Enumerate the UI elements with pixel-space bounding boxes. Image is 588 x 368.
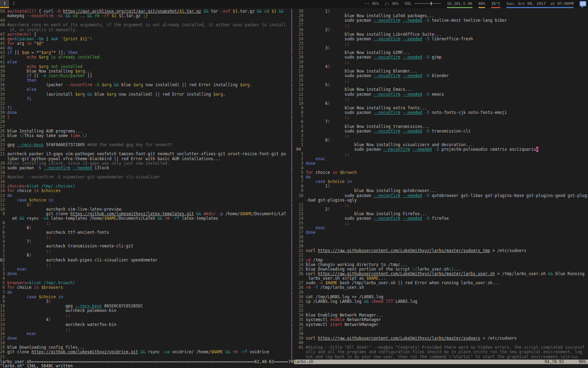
code-row[interactable]: 42 echo $arg is already installed. <box>0 55 291 60</box>
code-row[interactable]: 39 curl https://raw.githubusercontent.co… <box>296 336 588 341</box>
code-row[interactable]: 20 git clone https://github.com/lukesmit… <box>0 350 291 354</box>
code-row[interactable]: 31 fi <box>0 106 291 110</box>
code-row[interactable]: 34 (aurinstall $arg && blue $arg now ins… <box>0 92 291 97</box>
code-row[interactable]: 11 ;; <box>296 203 588 207</box>
code-token: blue Downloading config files... <box>7 345 85 350</box>
code-row[interactable]: 14 for choice in $choices <box>0 189 291 193</box>
code-row[interactable]: 22 <box>296 253 588 258</box>
code-token <box>422 73 425 78</box>
code-token: 5FAF0A6EE7371805 <box>44 142 88 147</box>
code-row[interactable]: it, or installs it manually. <box>0 28 291 32</box>
code-token: blue Now installing qutebrowser... <box>306 188 437 193</box>
code-row[interactable]: 6 for choice in $browsers <box>0 285 291 290</box>
workspace-2[interactable]: 2 <box>9 0 18 8</box>
code-row[interactable]: 25 blue \(This may take some time.\) <box>0 134 291 138</box>
code-token: ;; <box>46 234 51 239</box>
code-row[interactable]: 8 ;; <box>0 221 291 225</box>
code-row[interactable]: 3 done <box>296 161 588 166</box>
volume-slider-knob[interactable] <box>431 2 432 5</box>
code-row[interactable]: 21 curl https://raw.githubusercontent.co… <box>296 248 588 253</box>
line-number: 5 <box>0 234 7 239</box>
code-token: ;; <box>344 151 349 156</box>
code-row[interactable]: 19 <box>296 239 588 244</box>
code-row[interactable]: 23 ;; <box>296 41 588 46</box>
line-number: 8 <box>296 184 306 189</box>
code-row[interactable]: 29 } <box>0 115 291 120</box>
code-row[interactable]: 30 done <box>0 110 291 115</box>
vertical-split-separator[interactable]: | | | | | | | | | | | | | | | | | | | | … <box>290 9 293 360</box>
code-token: noto-fonts-cjk noto-fonts-emoji <box>429 110 507 115</box>
code-row[interactable]: 7 case $choice in <box>296 179 588 184</box>
code-token: --noconfirm <box>383 147 410 152</box>
code-row[interactable]: 2 esac <box>0 267 291 272</box>
code-row[interactable]: 38 if [[ -e /usr/bin/packer ]] <box>0 74 291 78</box>
line-number: 12 <box>296 207 306 212</box>
code-row[interactable]: 17 #packer --noconfirm -S ncpamixer-git … <box>0 175 291 179</box>
code-row[interactable]: 31 cp /LARBS.log LARBS.log && chmod 777 … <box>296 299 588 304</box>
code-row[interactable]: 27 ;; <box>296 23 588 27</box>
code-token: 6 <box>7 225 29 230</box>
code-row[interactable]: 7 ;; <box>296 115 588 120</box>
code-row[interactable]: 32 <box>296 304 588 308</box>
code-token: rm <box>94 13 99 18</box>
code-row[interactable]: out and log back in as your new user, th… <box>296 355 588 359</box>
code-row[interactable]: 45 for arg in "$@" <box>0 41 291 46</box>
code-row[interactable]: 37 <box>296 327 588 332</box>
code-row[interactable]: 23 gpg --recv-keys 5FAF0A6EE7371805 #Add… <box>0 143 291 147</box>
volume-slider[interactable] <box>414 3 441 4</box>
workspace-1[interactable]: 1 <box>0 0 9 8</box>
code-token: then <box>68 50 78 55</box>
code-token: $@ <box>36 41 41 46</box>
code-row[interactable]: 1 ;; <box>296 152 588 156</box>
code-row[interactable]: 18 <box>296 235 588 239</box>
code-row[interactable]: 16 esac <box>0 332 291 336</box>
code-row[interactable]: 32 <box>0 101 291 106</box>
code-row[interactable]: 5 for choice in $browch <box>296 170 588 175</box>
line-number <box>296 198 306 203</box>
temperature-module: 36°C <box>491 0 500 8</box>
vim-editor[interactable]: 50 aurinstall() { curl -O https://aur.ar… <box>0 9 588 360</box>
code-row[interactable]: 28 rm -f /tmp/larbs_user.sh <box>296 285 588 290</box>
code-row[interactable]: 15 ;; <box>296 78 588 83</box>
code-token: .tar.gz <box>238 9 257 14</box>
code-row[interactable]: 33 fi <box>0 97 291 101</box>
code-row[interactable]: 36 (packer --noconfirm -S $arg && blue $… <box>0 83 291 87</box>
code-row[interactable]: 15 ;; <box>0 327 291 332</box>
code-row[interactable]: 3 done <box>0 272 291 276</box>
code-row[interactable]: 12 case $choice in <box>0 198 291 203</box>
line-number: 17 <box>0 336 7 341</box>
code-row[interactable]: 17 done <box>0 336 291 341</box>
right-pane-larbs-sh[interactable]: 30 1) 29 blue Now installing LaTeX packa… <box>296 9 588 360</box>
code-token: -S <box>425 92 429 97</box>
code-token: > /tmp/larbs_user.sh <box>495 271 548 276</box>
code-token: in <box>34 188 39 193</box>
code-row[interactable]: 46 qm=$(pacman -Qm | awk '{print $1}') <box>0 37 291 41</box>
code-token: 1 <box>306 184 328 189</box>
code-row[interactable]: 28 <box>0 120 291 124</box>
code-row[interactable]: 2 ;; <box>0 248 291 253</box>
code-row[interactable]: 19 sudo pacman -S --noconfirm --needed i… <box>0 166 291 170</box>
code-row[interactable]: 1 ;; <box>0 263 291 267</box>
display-icon[interactable] <box>580 1 586 6</box>
code-token: done <box>7 336 17 341</box>
code-row[interactable]: 11 ;; <box>296 97 588 101</box>
line-number: 15 <box>0 184 7 189</box>
code-row[interactable]: 17 done <box>296 230 588 235</box>
code-row[interactable]: makepkg --noconfirm -si && cd .. && rm -… <box>0 14 291 18</box>
code-row[interactable]: 36 systemctl start NetworkManager <box>296 322 588 327</box>
code-row[interactable]: 15 ;; <box>296 221 588 225</box>
code-token: NetworkManager <box>345 317 381 322</box>
code-row[interactable]: 16 esac <box>296 226 588 230</box>
code-row[interactable]: 5 ;; <box>0 235 291 239</box>
code-row[interactable]: 2 esac <box>296 157 588 161</box>
line-number: 31 <box>296 299 306 304</box>
code-row[interactable]: 19 ;; <box>296 60 588 64</box>
left-pane-larbs-user-sh[interactable]: 50 aurinstall() { curl -O https://aur.ar… <box>0 9 291 360</box>
code-row[interactable]: 21 <box>0 355 291 359</box>
code-token: $arg <box>41 50 51 55</box>
code-token: texlive-most texlive-lang biber <box>429 18 507 23</box>
code-token: ;; <box>65 327 70 332</box>
code-token: sudo pacman <box>306 110 374 115</box>
line-number: 1 <box>296 142 306 147</box>
code-row[interactable]: 3 ;; <box>296 134 588 138</box>
